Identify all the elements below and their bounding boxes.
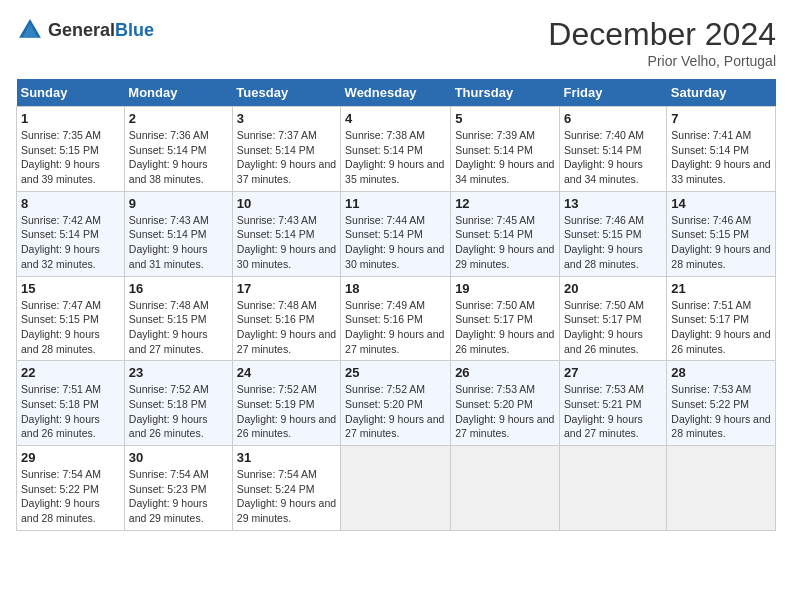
- logo: GeneralBlue: [16, 16, 154, 44]
- day-info: Sunrise: 7:41 AM Sunset: 5:14 PM Dayligh…: [671, 128, 771, 187]
- logo-blue: Blue: [115, 20, 154, 40]
- day-info: Sunrise: 7:54 AM Sunset: 5:24 PM Dayligh…: [237, 467, 336, 526]
- sunset-text: Sunset: 5:16 PM: [345, 313, 423, 325]
- sunrise-text: Sunrise: 7:46 AM: [564, 214, 644, 226]
- day-cell: 18 Sunrise: 7:49 AM Sunset: 5:16 PM Dayl…: [341, 276, 451, 361]
- day-info: Sunrise: 7:48 AM Sunset: 5:15 PM Dayligh…: [129, 298, 228, 357]
- daylight-text: Daylight: 9 hours and 39 minutes.: [21, 158, 100, 185]
- day-cell: [667, 446, 776, 531]
- day-cell: 6 Sunrise: 7:40 AM Sunset: 5:14 PM Dayli…: [559, 107, 666, 192]
- sunset-text: Sunset: 5:15 PM: [21, 313, 99, 325]
- day-number: 18: [345, 281, 446, 296]
- day-info: Sunrise: 7:50 AM Sunset: 5:17 PM Dayligh…: [564, 298, 662, 357]
- sunrise-text: Sunrise: 7:54 AM: [237, 468, 317, 480]
- day-number: 2: [129, 111, 228, 126]
- day-cell: 14 Sunrise: 7:46 AM Sunset: 5:15 PM Dayl…: [667, 191, 776, 276]
- header-monday: Monday: [124, 79, 232, 107]
- day-number: 25: [345, 365, 446, 380]
- day-cell: 26 Sunrise: 7:53 AM Sunset: 5:20 PM Dayl…: [451, 361, 560, 446]
- day-info: Sunrise: 7:47 AM Sunset: 5:15 PM Dayligh…: [21, 298, 120, 357]
- daylight-text: Daylight: 9 hours and 37 minutes.: [237, 158, 336, 185]
- sunset-text: Sunset: 5:16 PM: [237, 313, 315, 325]
- day-number: 24: [237, 365, 336, 380]
- day-number: 12: [455, 196, 555, 211]
- day-number: 23: [129, 365, 228, 380]
- header-sunday: Sunday: [17, 79, 125, 107]
- header-thursday: Thursday: [451, 79, 560, 107]
- sunset-text: Sunset: 5:22 PM: [671, 398, 749, 410]
- logo-text: GeneralBlue: [48, 20, 154, 41]
- day-cell: [341, 446, 451, 531]
- day-cell: 16 Sunrise: 7:48 AM Sunset: 5:15 PM Dayl…: [124, 276, 232, 361]
- sunrise-text: Sunrise: 7:42 AM: [21, 214, 101, 226]
- day-cell: 12 Sunrise: 7:45 AM Sunset: 5:14 PM Dayl…: [451, 191, 560, 276]
- daylight-text: Daylight: 9 hours and 27 minutes.: [564, 413, 643, 440]
- sunrise-text: Sunrise: 7:52 AM: [237, 383, 317, 395]
- daylight-text: Daylight: 9 hours and 26 minutes.: [564, 328, 643, 355]
- sunset-text: Sunset: 5:15 PM: [564, 228, 642, 240]
- header-saturday: Saturday: [667, 79, 776, 107]
- day-cell: 8 Sunrise: 7:42 AM Sunset: 5:14 PM Dayli…: [17, 191, 125, 276]
- daylight-text: Daylight: 9 hours and 26 minutes.: [671, 328, 770, 355]
- day-number: 8: [21, 196, 120, 211]
- sunset-text: Sunset: 5:18 PM: [21, 398, 99, 410]
- day-info: Sunrise: 7:46 AM Sunset: 5:15 PM Dayligh…: [564, 213, 662, 272]
- day-number: 14: [671, 196, 771, 211]
- week-row-2: 8 Sunrise: 7:42 AM Sunset: 5:14 PM Dayli…: [17, 191, 776, 276]
- day-cell: [559, 446, 666, 531]
- day-info: Sunrise: 7:42 AM Sunset: 5:14 PM Dayligh…: [21, 213, 120, 272]
- daylight-text: Daylight: 9 hours and 33 minutes.: [671, 158, 770, 185]
- sunset-text: Sunset: 5:21 PM: [564, 398, 642, 410]
- day-info: Sunrise: 7:54 AM Sunset: 5:23 PM Dayligh…: [129, 467, 228, 526]
- sunrise-text: Sunrise: 7:37 AM: [237, 129, 317, 141]
- week-row-5: 29 Sunrise: 7:54 AM Sunset: 5:22 PM Dayl…: [17, 446, 776, 531]
- daylight-text: Daylight: 9 hours and 30 minutes.: [237, 243, 336, 270]
- sunrise-text: Sunrise: 7:49 AM: [345, 299, 425, 311]
- day-number: 19: [455, 281, 555, 296]
- sunset-text: Sunset: 5:17 PM: [671, 313, 749, 325]
- day-cell: 21 Sunrise: 7:51 AM Sunset: 5:17 PM Dayl…: [667, 276, 776, 361]
- sunrise-text: Sunrise: 7:50 AM: [564, 299, 644, 311]
- daylight-text: Daylight: 9 hours and 38 minutes.: [129, 158, 208, 185]
- sunrise-text: Sunrise: 7:35 AM: [21, 129, 101, 141]
- day-number: 15: [21, 281, 120, 296]
- daylight-text: Daylight: 9 hours and 29 minutes.: [455, 243, 554, 270]
- calendar-table: SundayMondayTuesdayWednesdayThursdayFrid…: [16, 79, 776, 531]
- sunset-text: Sunset: 5:18 PM: [129, 398, 207, 410]
- day-number: 21: [671, 281, 771, 296]
- logo-icon: [16, 16, 44, 44]
- week-row-3: 15 Sunrise: 7:47 AM Sunset: 5:15 PM Dayl…: [17, 276, 776, 361]
- day-cell: 27 Sunrise: 7:53 AM Sunset: 5:21 PM Dayl…: [559, 361, 666, 446]
- day-info: Sunrise: 7:53 AM Sunset: 5:21 PM Dayligh…: [564, 382, 662, 441]
- sunrise-text: Sunrise: 7:47 AM: [21, 299, 101, 311]
- day-number: 1: [21, 111, 120, 126]
- day-info: Sunrise: 7:36 AM Sunset: 5:14 PM Dayligh…: [129, 128, 228, 187]
- daylight-text: Daylight: 9 hours and 28 minutes.: [21, 328, 100, 355]
- day-number: 13: [564, 196, 662, 211]
- daylight-text: Daylight: 9 hours and 28 minutes.: [21, 497, 100, 524]
- day-cell: 5 Sunrise: 7:39 AM Sunset: 5:14 PM Dayli…: [451, 107, 560, 192]
- daylight-text: Daylight: 9 hours and 34 minutes.: [564, 158, 643, 185]
- day-cell: 13 Sunrise: 7:46 AM Sunset: 5:15 PM Dayl…: [559, 191, 666, 276]
- day-info: Sunrise: 7:43 AM Sunset: 5:14 PM Dayligh…: [129, 213, 228, 272]
- daylight-text: Daylight: 9 hours and 27 minutes.: [129, 328, 208, 355]
- sunrise-text: Sunrise: 7:45 AM: [455, 214, 535, 226]
- sunset-text: Sunset: 5:15 PM: [21, 144, 99, 156]
- sunset-text: Sunset: 5:14 PM: [21, 228, 99, 240]
- day-number: 30: [129, 450, 228, 465]
- week-row-4: 22 Sunrise: 7:51 AM Sunset: 5:18 PM Dayl…: [17, 361, 776, 446]
- day-info: Sunrise: 7:49 AM Sunset: 5:16 PM Dayligh…: [345, 298, 446, 357]
- sunset-text: Sunset: 5:14 PM: [345, 228, 423, 240]
- sunrise-text: Sunrise: 7:52 AM: [129, 383, 209, 395]
- title-area: December 2024 Prior Velho, Portugal: [548, 16, 776, 69]
- day-info: Sunrise: 7:39 AM Sunset: 5:14 PM Dayligh…: [455, 128, 555, 187]
- sunrise-text: Sunrise: 7:51 AM: [671, 299, 751, 311]
- sunrise-text: Sunrise: 7:52 AM: [345, 383, 425, 395]
- sunset-text: Sunset: 5:23 PM: [129, 483, 207, 495]
- logo-general: General: [48, 20, 115, 40]
- month-title: December 2024: [548, 16, 776, 53]
- daylight-text: Daylight: 9 hours and 26 minutes.: [129, 413, 208, 440]
- daylight-text: Daylight: 9 hours and 27 minutes.: [345, 413, 444, 440]
- day-cell: 3 Sunrise: 7:37 AM Sunset: 5:14 PM Dayli…: [232, 107, 340, 192]
- day-info: Sunrise: 7:43 AM Sunset: 5:14 PM Dayligh…: [237, 213, 336, 272]
